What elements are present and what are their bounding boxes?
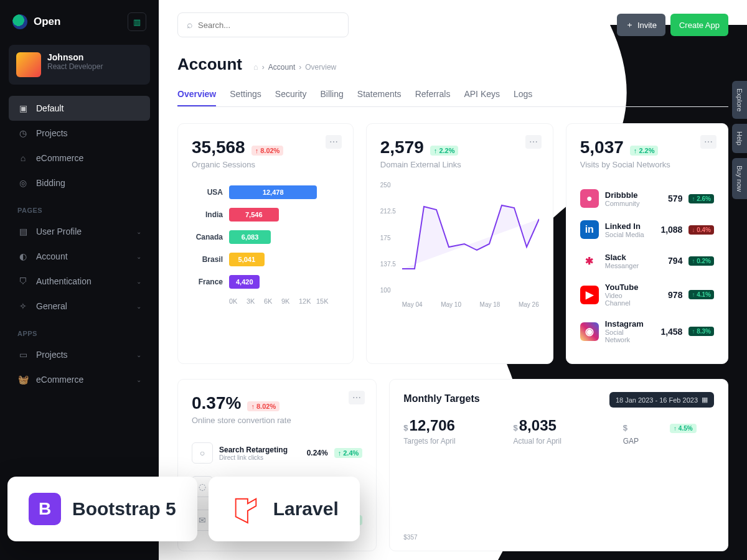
tab-billing[interactable]: Billing xyxy=(320,83,343,106)
search-icon: ⌕ xyxy=(187,19,193,30)
tab-logs[interactable]: Logs xyxy=(514,83,532,106)
sidebar-item-projects[interactable]: ▭Projects⌄ xyxy=(9,342,150,367)
sidebar-item-ecommerce[interactable]: ⌂eCommerce xyxy=(9,146,150,170)
conv-sub: Direct link clicks xyxy=(219,454,301,461)
sidebar-item-projects[interactable]: ◷Projects xyxy=(9,121,150,146)
chevron-down-icon: ⌄ xyxy=(136,352,141,358)
chevron-down-icon: ⌄ xyxy=(136,228,141,235)
nav-icon: ▭ xyxy=(17,349,29,360)
social-count: 978 xyxy=(651,290,682,300)
date-range-picker[interactable]: 18 Jan 2023 - 16 Feb 2023 ▦ xyxy=(609,392,714,408)
avatar xyxy=(16,52,41,77)
nav-label: Projects xyxy=(36,128,68,138)
tab-security[interactable]: Security xyxy=(275,83,307,106)
sidebar-item-user-profile[interactable]: ▤User Profile⌄ xyxy=(9,219,150,244)
social-row-dribbble[interactable]: ●DribbbleCommunity579↑ 2.6% xyxy=(580,183,714,214)
social-row-slack[interactable]: ✱SlackMessanger794↑ 0.2% xyxy=(580,245,714,276)
card-menu-button[interactable]: ⋯ xyxy=(326,135,342,149)
bar-country: France xyxy=(192,278,223,286)
home-icon[interactable]: ⌂ xyxy=(253,62,258,72)
create-label: Create App xyxy=(679,21,720,30)
nav-label: User Profile xyxy=(36,226,82,236)
social-change-badge: ↑ 8.3% xyxy=(688,327,714,336)
tab-settings[interactable]: Settings xyxy=(230,83,261,106)
sidebar-chart-toggle[interactable]: ▥ xyxy=(128,12,146,31)
breadcrumb-mid[interactable]: Account xyxy=(268,63,295,72)
rail-help-button[interactable]: Help xyxy=(732,124,747,153)
social-count: 579 xyxy=(651,194,682,203)
sidebar-item-bidding[interactable]: ◎Bidding xyxy=(9,170,150,195)
sidebar-item-default[interactable]: ▣Default xyxy=(9,96,150,121)
card-domain-links: ⋯ 2,579 ↑ 2.2% Domain External Links 250… xyxy=(366,123,553,364)
promo-laravel: Laravel xyxy=(209,477,360,541)
rail-buy-button[interactable]: Buy now xyxy=(732,158,747,199)
social-row-youtube[interactable]: ▶YouTubeVideo Channel978↑ 4.1% xyxy=(580,276,714,313)
bar-row: France4,420 xyxy=(192,275,339,289)
bar-country: India xyxy=(192,210,223,219)
social-icon: ▶ xyxy=(580,286,599,304)
chevron-right-icon: › xyxy=(299,63,301,72)
promo-bootstrap: B Bootstrap 5 xyxy=(7,477,197,541)
date-range-label: 18 Jan 2023 - 16 Feb 2023 xyxy=(616,396,698,404)
invite-button[interactable]: ＋ Invite xyxy=(617,14,665,36)
chevron-down-icon: ⌄ xyxy=(136,278,141,285)
promo-bootstrap-label: Bootstrap 5 xyxy=(72,498,176,520)
y-tick: 250 xyxy=(380,182,396,189)
section-label-apps: APPS xyxy=(9,319,150,342)
nav-label: eCommerce xyxy=(36,153,83,163)
search-input[interactable]: ⌕ xyxy=(177,12,349,37)
bar-fill: 4,420 xyxy=(229,275,260,289)
brand-name: Open xyxy=(34,16,60,28)
target-value: $12,706 xyxy=(403,417,494,434)
chevron-right-icon: › xyxy=(262,63,265,72)
target-label: Targets for April xyxy=(403,437,494,446)
nav-icon: ⌂ xyxy=(17,152,29,164)
target-value: $8,035 xyxy=(514,417,604,434)
logo-mark-icon xyxy=(12,14,27,29)
social-name: Slack xyxy=(605,253,646,262)
axis-tick: 6K xyxy=(264,297,281,305)
social-row-linked-in[interactable]: inLinked InSocial Media1,088↓ 0.4% xyxy=(580,214,714,245)
social-icon: in xyxy=(580,220,599,239)
bar-row: Canada6,083 xyxy=(192,230,339,244)
target-label: Actual for April xyxy=(514,437,604,446)
links-label: Domain External Links xyxy=(380,160,539,169)
bar-fill: 7,546 xyxy=(229,208,279,222)
x-tick: May 18 xyxy=(480,301,500,308)
card-menu-button[interactable]: ⋯ xyxy=(700,135,716,149)
nav-icon: ▣ xyxy=(17,103,29,114)
rail-explore-button[interactable]: Explore xyxy=(732,81,747,119)
sidebar-item-general[interactable]: ✧General⌄ xyxy=(9,294,150,319)
plus-icon: ＋ xyxy=(626,19,634,30)
y-tick: 175 xyxy=(380,235,396,241)
conv-label: Online store convertion rate xyxy=(192,416,362,425)
brand-logo[interactable]: Open xyxy=(12,14,60,29)
page-title: Account xyxy=(177,55,242,74)
bootstrap-icon: B xyxy=(29,493,61,525)
chevron-down-icon: ⌄ xyxy=(136,253,141,260)
tab-api-keys[interactable]: API Keys xyxy=(464,83,500,106)
tab-referrals[interactable]: Referrals xyxy=(415,83,451,106)
user-role: React Developer xyxy=(47,62,103,71)
nav-label: eCommerce xyxy=(36,375,83,385)
promo-laravel-label: Laravel xyxy=(273,498,339,520)
promo-overlay: B Bootstrap 5 Laravel xyxy=(7,477,360,541)
nav-icon: 🧺 xyxy=(17,374,29,385)
sidebar-item-authentication[interactable]: ⛉Authentication⌄ xyxy=(9,269,150,294)
sidebar-item-ecommerce[interactable]: 🧺eCommerce⌄ xyxy=(9,367,150,392)
social-icon: ● xyxy=(580,189,599,208)
sidebar-item-account[interactable]: ◐Account⌄ xyxy=(9,244,150,269)
search-field[interactable] xyxy=(198,21,339,30)
target-col: $8,035Actual for April xyxy=(514,417,604,446)
nav-label: Authentication xyxy=(36,276,92,286)
social-value: 5,037 xyxy=(580,138,624,157)
create-app-button[interactable]: Create App xyxy=(670,14,728,36)
social-row-instagram[interactable]: ◉InstagramSocial Network1,458↑ 8.3% xyxy=(580,313,714,350)
card-menu-button[interactable]: ⋯ xyxy=(349,391,365,404)
card-menu-button[interactable]: ⋯ xyxy=(525,135,542,149)
user-card[interactable]: Johnson React Developer xyxy=(9,45,150,85)
tab-statements[interactable]: Statements xyxy=(357,83,402,106)
bar-axis: 0K3K6K9K12K15K xyxy=(192,297,339,305)
laravel-icon xyxy=(230,493,262,525)
tab-overview[interactable]: Overview xyxy=(177,83,216,106)
